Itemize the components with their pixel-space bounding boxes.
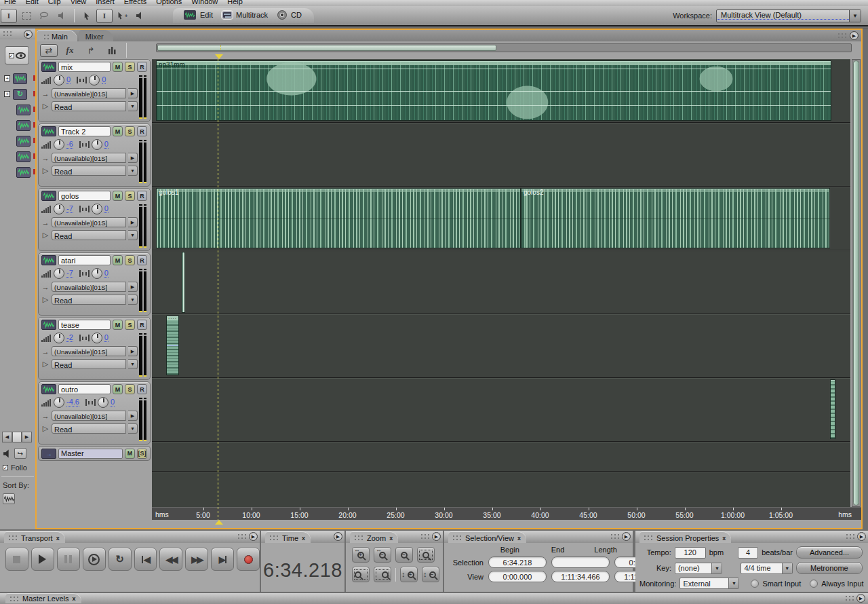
rewind-button[interactable]: ◀◀ (159, 548, 182, 571)
go-to-beginning-button[interactable]: ◀ (134, 548, 157, 571)
pan-knob[interactable] (89, 75, 100, 86)
panel-menu-icon[interactable]: ▶ (334, 532, 342, 541)
menu-file[interactable]: File (4, 0, 16, 5)
volume-value[interactable]: -7 (66, 205, 73, 213)
pan-value[interactable]: 0 (111, 398, 115, 407)
mute-button[interactable]: M (113, 191, 123, 201)
close-icon[interactable]: x (72, 595, 75, 602)
timeline[interactable]: np31mm golos1 golos2 (152, 59, 850, 507)
record-arm-button[interactable]: R (137, 191, 147, 201)
master-solo-button[interactable]: [S] (137, 449, 147, 459)
monitoring-dropdown[interactable]: External ▼ (679, 578, 739, 589)
pan-knob[interactable] (92, 268, 102, 279)
close-icon[interactable]: x (56, 535, 60, 542)
record-arm-button[interactable]: R (137, 384, 147, 394)
close-icon[interactable]: x (302, 535, 305, 542)
play-looped-button[interactable]: ↻ (108, 548, 132, 571)
time-ruler[interactable]: hms hms 5:00 10:00 15:00 20:00 25:00 30:… (152, 507, 861, 520)
metronome-button[interactable]: Metronome (796, 562, 863, 574)
file-item[interactable] (0, 149, 35, 164)
zoom-out-vertical-button[interactable]: ↕− (422, 567, 439, 582)
chevron-down-icon[interactable]: ▼ (782, 563, 792, 573)
output-expand-icon[interactable]: ▶ (128, 153, 138, 163)
file-item[interactable] (0, 102, 35, 117)
output-expand-icon[interactable]: ▶ (128, 346, 138, 356)
smart-input-radio[interactable] (751, 580, 759, 588)
master-levels-tab[interactable]: Master Levels x (5, 593, 81, 603)
zoom-in-vertical-button[interactable]: ↕+ (400, 567, 418, 582)
collapse-icon[interactable]: ▷ (41, 360, 50, 369)
pan-value[interactable]: 0 (104, 140, 108, 149)
track-lane-golos[interactable]: golos1 golos2 (152, 187, 850, 250)
solo-button[interactable]: S (125, 126, 135, 136)
track-name-input[interactable] (58, 255, 111, 265)
panel-menu-icon[interactable]: ▶ (857, 532, 866, 541)
menu-view[interactable]: View (71, 0, 87, 5)
follow-checkbox[interactable]: ✓ (3, 465, 8, 470)
view-end-field[interactable] (551, 571, 610, 582)
beats-per-bar-field[interactable] (738, 547, 758, 559)
meters-icon[interactable] (103, 44, 121, 57)
output-expand-icon[interactable]: ▶ (128, 88, 138, 98)
auto-play-icon[interactable]: ↪ (14, 448, 26, 459)
track-name-input[interactable] (58, 191, 111, 201)
volume-knob[interactable] (54, 333, 64, 343)
selection-begin-field[interactable] (488, 556, 547, 568)
track-lane-track2[interactable] (152, 123, 850, 187)
h-scroll-thumb[interactable] (157, 45, 496, 51)
panel-menu-icon[interactable]: ▶ (24, 30, 33, 39)
play-from-cursor-button[interactable] (83, 548, 106, 571)
stop-button[interactable] (5, 548, 28, 571)
expand-icon[interactable]: + (4, 75, 10, 81)
mute-button[interactable]: M (113, 62, 123, 72)
track-lane-atari[interactable] (152, 250, 850, 314)
always-input-radio[interactable] (810, 580, 818, 588)
master-name-input[interactable] (58, 449, 123, 459)
track-name-input[interactable] (58, 320, 111, 330)
track-lane-outro[interactable] (152, 378, 850, 442)
record-button[interactable] (237, 548, 260, 571)
fx-icon[interactable]: fx (61, 44, 79, 57)
automation-dropdown-icon[interactable]: ▼ (128, 295, 138, 305)
marquee-selection-tool-icon[interactable] (18, 9, 35, 23)
transport-tab[interactable]: Transport x (4, 531, 65, 543)
collapse-icon[interactable]: ▷ (41, 231, 50, 240)
pause-button[interactable] (57, 548, 80, 571)
volume-knob[interactable] (54, 75, 64, 86)
close-icon[interactable]: x (389, 535, 393, 542)
automation-mode-field[interactable]: Read (52, 423, 126, 434)
output-device-field[interactable]: (Unavailable)[01S] (52, 346, 126, 356)
solo-button[interactable]: S (125, 191, 135, 201)
automation-mode-field[interactable]: Read (52, 166, 126, 176)
output-expand-icon[interactable]: ▶ (128, 411, 138, 421)
file-item[interactable] (0, 133, 35, 149)
pan-knob[interactable] (92, 333, 102, 343)
chevron-down-icon[interactable]: ▼ (849, 10, 861, 22)
automation-mode-field[interactable]: Read (52, 359, 126, 369)
volume-value[interactable]: -6 (66, 140, 73, 149)
collapse-icon[interactable]: ▷ (41, 166, 50, 175)
track-name-input[interactable] (58, 62, 111, 72)
chevron-down-icon[interactable]: ▼ (711, 563, 722, 573)
solo-button[interactable]: S (125, 384, 135, 394)
output-device-field[interactable]: (Unavailable)[01S] (52, 282, 126, 292)
tab-main[interactable]: Main (37, 30, 77, 41)
mute-button[interactable]: M (113, 126, 123, 136)
track-name-input[interactable] (58, 384, 111, 394)
collapse-icon[interactable]: ▷ (41, 295, 50, 304)
tempo-field[interactable] (675, 547, 706, 559)
automation-mode-field[interactable]: Read (52, 101, 126, 111)
zoom-out-horizontal-button[interactable]: ↔− (374, 547, 391, 563)
zoom-in-horizontal-button[interactable]: ↔+ (352, 547, 370, 563)
pan-value[interactable]: 0 (104, 334, 108, 342)
rail-scrollbar[interactable]: ◀ ▶ (2, 432, 33, 442)
arrow-tool-icon[interactable] (79, 9, 95, 23)
track-lane-tease[interactable] (152, 314, 850, 378)
volume-knob[interactable] (54, 268, 64, 279)
ibeam-tool-icon[interactable]: I (96, 9, 113, 23)
automation-dropdown-icon[interactable]: ▼ (128, 423, 138, 434)
panel-menu-icon[interactable]: ▶ (856, 594, 865, 603)
menu-clip[interactable]: Clip (48, 0, 61, 5)
pan-knob[interactable] (92, 204, 102, 214)
volume-value[interactable]: -2 (66, 334, 73, 342)
